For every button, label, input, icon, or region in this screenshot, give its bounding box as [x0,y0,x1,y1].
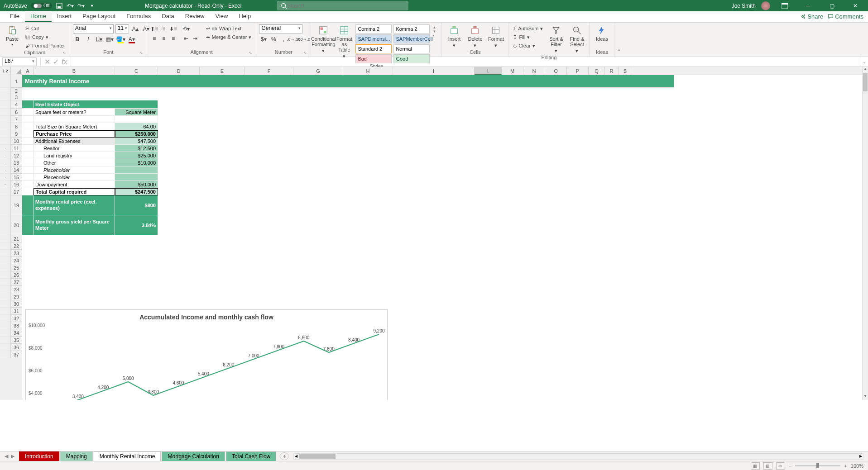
row-15[interactable]: 15 [11,174,22,181]
autosave-toggle[interactable]: Off [31,3,52,9]
col-G[interactable]: G [293,67,343,75]
row-9[interactable]: 9 [11,130,22,138]
zoom-in-icon[interactable]: + [844,463,847,469]
row-21[interactable]: 21 [11,235,22,242]
row-1[interactable]: 1 [11,75,22,88]
search-input[interactable] [287,3,405,9]
col-E[interactable]: E [200,67,245,75]
style-bad[interactable]: Bad [355,54,392,63]
font-size-combo[interactable]: 11 [115,24,129,33]
row-10[interactable]: 10 [11,138,22,145]
sheet-nav-prev-icon[interactable]: ◀ [5,453,8,459]
maximize-icon[interactable]: ▢ [823,0,841,11]
cell[interactable]: $10,000 [115,159,158,166]
cell[interactable]: Monthly rental price (excl. expenses) [34,195,115,215]
decrease-decimal-icon[interactable]: .00→.0 [299,35,308,44]
cell[interactable]: Monthly gross yield per Square Meter [34,215,115,235]
col-A[interactable]: A [22,67,34,75]
wrap-text-button[interactable]: ↩ab Wrap Text [204,24,254,33]
name-box[interactable]: L67 [2,57,37,66]
confirm-formula-icon[interactable]: ✓ [53,57,59,66]
cell[interactable]: Placeholder [34,174,115,181]
col-Q[interactable]: Q [589,67,605,75]
cell[interactable]: $50,000 [115,181,158,188]
sheet-tab-monthly-rental-income[interactable]: Monthly Rental Income [94,451,161,462]
italic-button[interactable]: I [84,35,93,44]
cell[interactable] [22,116,34,123]
expand-formula-bar-icon[interactable]: ⌄ [860,57,868,66]
insert-cells-button[interactable]: Insert▾ [445,24,464,49]
row-12[interactable]: 12 [11,152,22,159]
cell[interactable]: 3.84% [115,215,158,235]
autosum-button[interactable]: ΣAutoSum ▾ [511,24,545,33]
hscroll-left-icon[interactable]: ◀ [295,454,297,458]
tab-view[interactable]: View [210,11,233,22]
cell[interactable] [22,145,34,152]
redo-icon[interactable]: ↷▾ [77,2,85,9]
cell[interactable]: Realtor [34,145,115,152]
col-S[interactable]: S [619,67,632,75]
fx-icon[interactable]: fx [62,58,67,66]
collapse-ribbon-icon[interactable]: ⌃ [614,23,623,57]
row-20[interactable]: 20 [11,215,22,235]
cell[interactable]: Monthly Rental Income [22,75,674,88]
row-30[interactable]: 30 [11,300,22,308]
tab-help[interactable]: Help [233,11,256,22]
cell[interactable]: Total Capital required [34,188,115,195]
row-16[interactable]: 16 [11,181,22,188]
style-sapmembercell[interactable]: SAPMemberCell [393,34,430,43]
col-H[interactable]: H [343,67,393,75]
row-29[interactable]: 29 [11,293,22,300]
cell[interactable] [22,159,34,166]
paste-button[interactable]: Paste ▾ [3,24,22,47]
close-icon[interactable]: ✕ [846,0,864,11]
formula-input[interactable] [71,57,860,66]
cell[interactable]: Total Size (in Square Meter) [34,123,115,130]
horizontal-scrollbar[interactable]: ◀ ▶ [293,453,863,460]
cell[interactable] [22,195,34,215]
comments-button[interactable]: Comments [828,13,863,20]
row-4[interactable]: 4 [11,100,22,109]
fill-color-button[interactable]: 🪣▾ [116,35,125,44]
cell[interactable]: Purchase Price [34,130,115,138]
hscroll-thumb[interactable] [299,454,336,459]
increase-font-icon[interactable]: A▴ [131,24,140,33]
ribbon-mode-icon[interactable] [776,0,794,11]
sheet-nav-next-icon[interactable]: ▶ [11,453,14,459]
cell[interactable] [115,166,158,174]
align-bottom-icon[interactable]: ⬇≡ [169,24,178,33]
cell[interactable] [115,116,158,123]
save-icon[interactable] [56,2,63,9]
chart-accumulated-income[interactable]: Accumulated Income and monthly cash flow… [25,309,388,400]
tab-insert[interactable]: Insert [52,11,77,22]
cancel-formula-icon[interactable]: ✕ [44,57,50,66]
dialog-launcher-icon[interactable]: ⤡ [139,51,143,55]
align-center-icon[interactable]: ≡ [159,34,168,43]
row-11[interactable]: 11 [11,145,22,152]
tab-review[interactable]: Review [180,11,210,22]
row-33[interactable]: 33 [11,322,22,329]
style-komma-2[interactable]: Komma 2 [393,24,430,33]
row-6[interactable]: 6 [11,109,22,116]
column-headers[interactable]: ABCDEFGHILMNOPQRS [22,67,862,75]
cell[interactable] [22,174,34,181]
merge-center-button[interactable]: ⬌Merge & Center ▾ [204,33,254,41]
col-M[interactable]: M [502,67,523,75]
row-27[interactable]: 27 [11,279,22,286]
cell[interactable] [22,166,34,174]
format-painter-button[interactable]: 🖌Format Painter [24,42,67,50]
cell[interactable] [34,116,115,123]
tab-file[interactable]: File [5,11,25,22]
row-22[interactable]: 22 [11,242,22,250]
cell[interactable]: Real Estate Object [34,100,158,109]
font-name-combo[interactable]: Arial [73,24,114,33]
cell[interactable] [22,152,34,159]
row-8[interactable]: 8 [11,123,22,130]
page-break-view-icon[interactable]: ▭ [776,462,785,470]
align-right-icon[interactable]: ≡ [169,34,178,43]
number-format-combo[interactable]: General [259,24,302,33]
cell[interactable]: $250,000 [115,130,158,138]
scroll-up-icon[interactable]: ▲ [863,67,868,73]
sheet-tab-mortgage-calculation[interactable]: Mortgage Calculation [162,451,225,462]
cell[interactable] [22,188,34,195]
